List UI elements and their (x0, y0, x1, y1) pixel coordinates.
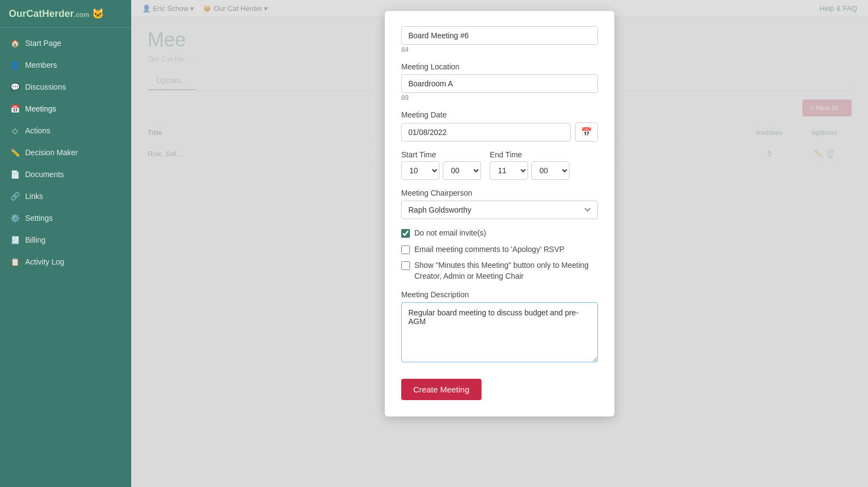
meeting-title-input[interactable] (401, 26, 598, 45)
sidebar-item-decision-maker[interactable]: ✏️ Decision Maker (0, 142, 131, 163)
decision-maker-icon: ✏️ (10, 148, 20, 157)
meeting-title-group: 84 (401, 26, 598, 54)
sidebar-item-meetings[interactable]: 📅 Meetings (0, 98, 131, 120)
links-icon: 🔗 (10, 191, 20, 201)
sidebar-item-documents[interactable]: 📄 Documents (0, 163, 131, 185)
checkbox2-input[interactable] (401, 245, 410, 254)
members-icon: 👤 (10, 60, 20, 70)
billing-icon: 🧾 (10, 235, 20, 245)
end-time-selects: 111012 00153045 (490, 161, 570, 180)
sidebar-item-activity-log[interactable]: 📋 Activity Log (0, 251, 131, 273)
chairperson-label: Meeting Chairperson (401, 189, 598, 197)
sidebar-item-settings[interactable]: ⚙️ Settings (0, 207, 131, 229)
meeting-date-group: Meeting Date 📅 (401, 110, 598, 142)
documents-icon: 📄 (10, 169, 20, 179)
checkbox-group: Do not email invite(s) Email meeting com… (401, 228, 598, 281)
location-char-count: 89 (401, 94, 598, 102)
activity-log-icon: 📋 (10, 257, 20, 267)
meeting-location-group: Meeting Location 89 (401, 62, 598, 102)
checkbox3-input[interactable] (401, 261, 410, 270)
description-group: Meeting Description Regular board meetin… (401, 290, 598, 365)
calendar-button[interactable]: 📅 (575, 122, 598, 142)
time-row: Start Time 100911 00153045 End Time (401, 150, 598, 180)
home-icon: 🏠 (10, 38, 20, 48)
checkbox2-label[interactable]: Email meeting comments to 'Apology' RSVP (401, 244, 598, 255)
checkbox1-input[interactable] (401, 229, 410, 238)
modal-overlay: 84 Meeting Location 89 Meeting Date 📅 St… (131, 0, 868, 487)
date-input[interactable] (401, 123, 571, 142)
create-meeting-modal: 84 Meeting Location 89 Meeting Date 📅 St… (385, 11, 614, 416)
main-content: 👤 Eric Schow ▾ 🐱 Our Cat Herder ▾ Help &… (131, 0, 868, 487)
logo: OurCatHerder.com 🐱 (0, 0, 131, 28)
checkbox2-text: Email meeting comments to 'Apology' RSVP (414, 244, 565, 255)
start-time-selects: 100911 00153045 (401, 161, 481, 180)
sidebar-item-billing[interactable]: 🧾 Billing (0, 229, 131, 251)
description-label: Meeting Description (401, 290, 598, 299)
start-time-label: Start Time (401, 150, 481, 159)
description-textarea[interactable]: Regular board meeting to discuss budget … (401, 302, 598, 362)
end-hour-select[interactable]: 111012 (490, 161, 528, 180)
start-hour-select[interactable]: 100911 (401, 161, 439, 180)
location-label: Meeting Location (401, 62, 598, 71)
end-time-group: End Time 111012 00153045 (490, 150, 570, 180)
start-time-group: Start Time 100911 00153045 (401, 150, 481, 180)
checkbox3-text: Show "Minutes this Meeting" button only … (414, 260, 598, 281)
sidebar-item-actions[interactable]: ◇ Actions (0, 120, 131, 142)
sidebar-item-discussions[interactable]: 💬 Discussions (0, 76, 131, 98)
end-time-label: End Time (490, 150, 570, 159)
end-minute-select[interactable]: 00153045 (531, 161, 570, 180)
checkbox1-text: Do not email invite(s) (414, 228, 486, 239)
logo-text: OurCatHerder.com 🐱 (9, 8, 104, 19)
date-label: Meeting Date (401, 110, 598, 119)
start-minute-select[interactable]: 00153045 (443, 161, 481, 180)
sidebar: OurCatHerder.com 🐱 🏠 Start Page 👤 Member… (0, 0, 131, 487)
settings-icon: ⚙️ (10, 213, 20, 223)
chairperson-group: Meeting Chairperson Raph Goldsworthy (401, 189, 598, 219)
sidebar-item-members[interactable]: 👤 Members (0, 54, 131, 76)
create-meeting-button[interactable]: Create Meeting (401, 379, 482, 400)
discussions-icon: 💬 (10, 82, 20, 92)
meetings-icon: 📅 (10, 104, 20, 114)
sidebar-nav: 🏠 Start Page 👤 Members 💬 Discussions 📅 M… (0, 28, 131, 277)
checkbox1-label[interactable]: Do not email invite(s) (401, 228, 598, 239)
meeting-location-input[interactable] (401, 74, 598, 93)
chairperson-select[interactable]: Raph Goldsworthy (401, 201, 598, 219)
sidebar-item-start-page[interactable]: 🏠 Start Page (0, 32, 131, 54)
title-char-count: 84 (401, 46, 598, 54)
date-input-wrapper: 📅 (401, 122, 598, 142)
sidebar-item-links[interactable]: 🔗 Links (0, 185, 131, 207)
actions-icon: ◇ (10, 126, 20, 136)
checkbox3-label[interactable]: Show "Minutes this Meeting" button only … (401, 260, 598, 281)
